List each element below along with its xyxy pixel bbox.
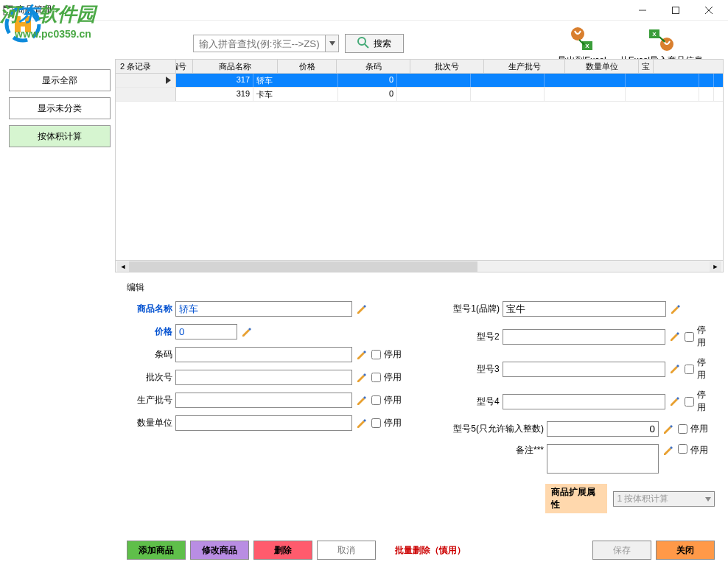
- col-name[interactable]: 商品名称: [193, 60, 278, 73]
- search-dropdown-icon[interactable]: [326, 35, 339, 52]
- label-batch: 批次号: [127, 371, 172, 384]
- checkbox-model4-stop[interactable]: [685, 397, 694, 407]
- input-barcode[interactable]: [175, 347, 352, 362]
- import-excel-icon: X: [648, 27, 674, 53]
- checkbox-remark-stop[interactable]: [678, 444, 687, 454]
- label-stop: 停用: [384, 348, 402, 361]
- label-model1: 型号1(品牌): [448, 303, 500, 315]
- label-barcode: 条码: [127, 348, 172, 361]
- label-stop: 停用: [384, 394, 402, 407]
- row-indicator: [116, 74, 176, 87]
- label-prodbatch: 生产批号: [127, 394, 172, 407]
- checkbox-batch-stop[interactable]: [371, 373, 381, 382]
- col-partial[interactable]: 宝: [639, 60, 654, 73]
- col-prodbatch[interactable]: 生产批号: [484, 60, 565, 73]
- label-model5: 型号5(只允许输入整数): [448, 423, 544, 435]
- label-name: 商品名称: [127, 303, 172, 315]
- input-price[interactable]: [175, 324, 237, 339]
- pencil-icon[interactable]: [355, 371, 368, 384]
- search-icon: [357, 37, 369, 51]
- pencil-icon[interactable]: [668, 330, 682, 343]
- col-unit[interactable]: 数量单位: [565, 60, 639, 73]
- chevron-down-icon: [705, 493, 711, 504]
- label-stop: 停用: [690, 444, 708, 457]
- scroll-left-icon[interactable]: ◄: [117, 261, 129, 272]
- label-model4: 型号4: [448, 395, 500, 408]
- row-indicator: [116, 88, 176, 101]
- pencil-icon[interactable]: [355, 303, 368, 316]
- export-excel-icon: X: [569, 27, 595, 53]
- input-remark[interactable]: [547, 444, 659, 474]
- close-button[interactable]: 关闭: [656, 541, 715, 560]
- input-batch[interactable]: [175, 370, 352, 385]
- titlebar: 商品管理: [0, 0, 728, 21]
- input-model5[interactable]: [547, 421, 659, 437]
- col-barcode[interactable]: 条码: [337, 60, 410, 73]
- search-button[interactable]: 搜索: [345, 34, 404, 53]
- pencil-icon[interactable]: [662, 423, 675, 436]
- watermark-url: www.pc0359.cn: [15, 28, 91, 40]
- svg-point-11: [358, 38, 365, 45]
- checkbox-prodbatch-stop[interactable]: [371, 395, 381, 405]
- grid-header: 2 条记录 批量删除专用编号 商品名称 价格 条码 批次号 生产批号 数量单位 …: [116, 60, 723, 74]
- product-grid[interactable]: 2 条记录 批量删除专用编号 商品名称 价格 条码 批次号 生产批号 数量单位 …: [115, 59, 724, 272]
- cancel-button[interactable]: 取消: [317, 541, 376, 560]
- by-volume-button[interactable]: 按体积计算: [9, 125, 111, 147]
- col-price[interactable]: 价格: [278, 60, 337, 73]
- batch-delete-link[interactable]: 批量删除（慎用）: [395, 544, 466, 557]
- checkbox-model2-stop[interactable]: [685, 332, 694, 342]
- input-unit[interactable]: [175, 415, 352, 431]
- pencil-icon[interactable]: [668, 362, 682, 376]
- delete-button[interactable]: 删除: [253, 541, 312, 560]
- col-batch[interactable]: 批次号: [410, 60, 484, 73]
- checkbox-barcode-stop[interactable]: [371, 350, 381, 359]
- input-model3[interactable]: [503, 362, 665, 377]
- pencil-icon[interactable]: [240, 326, 253, 339]
- record-count: 2 条记录: [116, 60, 176, 74]
- show-all-button[interactable]: 显示全部: [9, 69, 111, 91]
- show-uncategorized-button[interactable]: 显示未分类: [9, 97, 111, 119]
- pencil-icon[interactable]: [355, 417, 368, 430]
- pencil-icon[interactable]: [662, 444, 675, 457]
- close-button[interactable]: [692, 1, 725, 20]
- minimize-button[interactable]: [626, 1, 659, 20]
- svg-text:X: X: [653, 31, 657, 38]
- search-input[interactable]: [193, 35, 326, 52]
- input-name[interactable]: [175, 301, 352, 317]
- label-model2: 型号2: [448, 331, 500, 343]
- input-prodbatch[interactable]: [175, 393, 352, 408]
- save-button[interactable]: 保存: [592, 541, 651, 560]
- sidebar: 显示全部 显示未分类 按体积计算: [4, 59, 115, 272]
- pencil-icon[interactable]: [355, 394, 368, 407]
- input-model1[interactable]: [503, 301, 666, 317]
- svg-marker-10: [329, 41, 335, 46]
- add-product-button[interactable]: 添加商品: [127, 541, 186, 560]
- table-row[interactable]: 317 轿车 0: [116, 74, 723, 88]
- label-stop: 停用: [384, 371, 402, 384]
- pencil-icon[interactable]: [669, 303, 682, 316]
- input-model4[interactable]: [503, 394, 665, 409]
- label-stop: 停用: [697, 356, 715, 381]
- ext-attr-select[interactable]: 1 按体积计算: [613, 491, 715, 507]
- svg-marker-21: [705, 497, 711, 502]
- checkbox-unit-stop[interactable]: [371, 418, 381, 428]
- checkbox-model3-stop[interactable]: [685, 365, 694, 374]
- label-remark: 备注***: [448, 444, 544, 457]
- checkbox-model5-stop[interactable]: [678, 424, 687, 434]
- modify-product-button[interactable]: 修改商品: [190, 541, 249, 560]
- maximize-button[interactable]: [659, 1, 692, 20]
- horizontal-scrollbar[interactable]: ◄ ►: [116, 260, 723, 272]
- label-stop: 停用: [697, 324, 715, 349]
- bottom-bar: 添加商品 修改商品 删除 取消 批量删除（慎用） 保存 关闭: [127, 541, 715, 560]
- pencil-icon[interactable]: [668, 395, 682, 408]
- input-model2[interactable]: [503, 329, 665, 345]
- watermark-text: 河东软件园: [0, 1, 96, 27]
- pencil-icon[interactable]: [355, 348, 368, 362]
- label-unit: 数量单位: [127, 417, 172, 429]
- table-row[interactable]: 319 卡车 0: [116, 88, 723, 102]
- window-controls: [626, 1, 725, 20]
- svg-text:X: X: [585, 43, 589, 49]
- scroll-right-icon[interactable]: ►: [710, 261, 721, 272]
- label-price: 价格: [127, 326, 172, 338]
- scroll-thumb[interactable]: [129, 261, 477, 272]
